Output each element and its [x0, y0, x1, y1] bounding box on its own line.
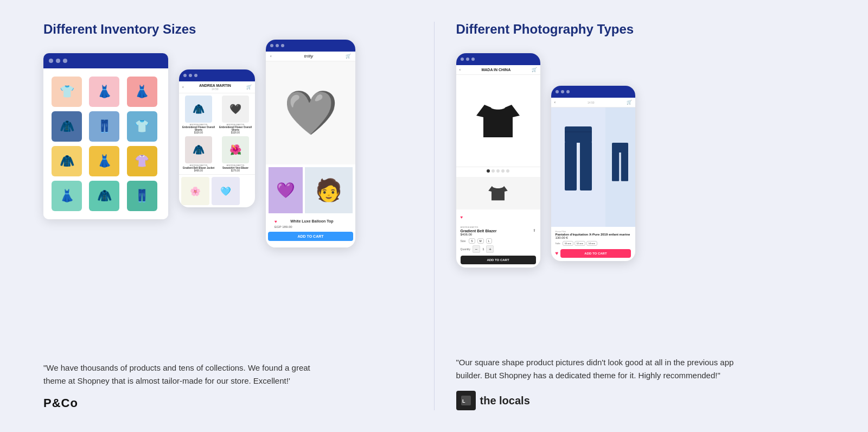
small-tshirt-svg — [487, 182, 509, 204]
trilly-model-photo: 🧑 — [305, 167, 353, 213]
size-m[interactable]: M — [477, 238, 484, 244]
product-name-2: Embroidered Flower Overall Shorts — [218, 126, 253, 131]
locals-header: ‹ 14:50 🛒 — [551, 98, 635, 107]
left-mockups-row: 👕 👗 👗 🧥 👖 👕 🧥 👗 👚 👗 🧥 — [43, 53, 412, 334]
cloth-item: 🧥 — [52, 146, 82, 176]
left-quote: "We have thousands of products and tens … — [43, 361, 326, 387]
cloth-item: 👗 — [89, 77, 119, 107]
mada-secondary-image — [456, 177, 540, 209]
svg-text:L: L — [462, 398, 465, 404]
right-mockups-row: ‹ MADA IN CHINA 🛒 — [456, 53, 825, 329]
qty-plus[interactable]: + — [486, 245, 494, 253]
cloth-item: 👚 — [127, 146, 157, 176]
seller-name: ANDREA MARTIN — [199, 84, 231, 87]
dot-3 — [471, 58, 475, 61]
phone-bar-right — [266, 40, 355, 52]
browser-content-left: 👕 👗 👗 🧥 👖 👕 🧥 👗 👚 👗 🧥 — [43, 68, 168, 219]
heart-icon: ♥ — [461, 215, 463, 220]
size-14ans[interactable]: 14 ans — [586, 241, 597, 246]
pants-svg-large — [562, 126, 595, 208]
pco-logo: P&Co — [43, 396, 78, 410]
cloth-item: 👖 — [89, 111, 119, 142]
product-preview-1: 🌸 — [181, 177, 209, 205]
trilly-cart: 🛒 — [346, 54, 351, 59]
pants-svg-small — [610, 143, 630, 192]
phone-dot-2 — [276, 44, 279, 47]
dot-inactive — [506, 169, 509, 173]
browser-dot-1 — [49, 59, 53, 63]
svg-rect-6 — [621, 152, 628, 181]
product-img-4: 🌺 — [222, 136, 249, 163]
phone-header: ‹ ANDREA MARTIN 14:50 🛒 — [179, 81, 255, 93]
trilly-logo: trilly — [304, 54, 313, 59]
size-10ans[interactable]: 10 ans — [563, 241, 573, 246]
right-section-title: Different Photography Types — [456, 22, 825, 37]
phone-dot-3 — [281, 44, 284, 47]
right-phone-mockup: ‹ trilly 🛒 🩶 💜 🧑 ♥ — [266, 40, 355, 247]
size-label: Size — [461, 239, 466, 243]
phone-product-grid: 🧥 ANDREA MARTIN Embroidered Flower Overa… — [179, 93, 255, 174]
cloth-item: 🧥 — [52, 111, 82, 142]
right-section: Different Photography Types ‹ MADA IN CH… — [445, 22, 836, 410]
size-l[interactable]: L — [486, 238, 492, 244]
trilly-product-name: White Luxe Balloon Top — [290, 219, 333, 224]
product-img-1: 🧥 — [185, 96, 212, 123]
cloth-item: 🧥 — [89, 181, 119, 211]
locals-logo-icon: L — [461, 395, 471, 406]
trilly-header: ‹ trilly 🛒 — [266, 52, 355, 61]
locals-product-detail: Horse Pilot Pantalon d'équitation X-Pure… — [551, 227, 635, 261]
cart-icon: 🛒 — [246, 85, 252, 90]
product-item-1: 🧥 ANDREA MARTIN Embroidered Flower Overa… — [181, 96, 216, 134]
dot-inactive — [496, 169, 500, 173]
trilly-product-info: ♥ White Luxe Balloon Top EGP 189.00 — [266, 216, 355, 230]
trilly-bottom-row: 💜 🧑 — [266, 164, 355, 216]
left-quote-section: "We have thousands of products and tens … — [43, 361, 412, 410]
size-12ans[interactable]: 12 ans — [575, 241, 585, 246]
phone-dot-2 — [189, 74, 192, 77]
dot-2 — [561, 90, 564, 93]
locals-product-price: 130.00 € — [556, 236, 631, 239]
product-preview-2: 🩵 — [212, 177, 240, 205]
product-item-3: 🧥 ANDREA MARTIN Gradient Belt Blazer Jac… — [181, 136, 216, 172]
trilly-action-row: ♥ White Luxe Balloon Top — [270, 218, 351, 225]
mada-phone-mockup: ‹ MADA IN CHINA 🛒 — [456, 53, 540, 268]
phone-more-items: 🌸 🩵 — [179, 174, 255, 207]
locals-phone-mockup: ‹ 14:50 🛒 — [551, 86, 635, 261]
trilly-add-button[interactable]: ADD TO CART — [268, 232, 353, 241]
mada-header: ‹ MADA IN CHINA 🛒 — [456, 65, 540, 75]
trilly-product-icon: 🩶 — [284, 87, 338, 138]
left-section: Different Inventory Sizes 👕 👗 👗 — [33, 22, 423, 410]
locals-add-cart[interactable]: ADD TO CART — [560, 249, 630, 258]
svg-rect-4 — [612, 143, 628, 153]
locals-small-pants — [605, 107, 635, 227]
left-browser-mockup: 👕 👗 👗 🧥 👖 👕 🧥 👗 👚 👗 🧥 — [43, 53, 168, 219]
svg-rect-5 — [612, 152, 619, 181]
heart-icon: ♥ — [556, 250, 559, 256]
tshirt-svg — [474, 97, 522, 145]
browser-dot-3 — [63, 59, 67, 63]
product-name-1: Embroidered Flower Overall Shorts — [181, 126, 216, 131]
phone-dot-3 — [194, 74, 197, 77]
trilly-model-icon: 🧑 — [315, 177, 342, 203]
dot-2 — [466, 58, 469, 61]
cloth-item: 👗 — [127, 77, 157, 107]
back-icon: ‹ — [554, 100, 556, 105]
phone-dot-1 — [270, 44, 273, 47]
qty-minus[interactable]: − — [473, 245, 480, 253]
cloth-item: 👗 — [52, 181, 82, 211]
phone-dot-1 — [183, 74, 187, 77]
cloth-item: 👗 — [89, 146, 119, 176]
phone-time: 14:50 — [199, 87, 231, 91]
mada-add-cart[interactable]: ADD TO CART — [461, 256, 536, 264]
dot-inactive — [501, 169, 505, 173]
dot-active — [487, 169, 490, 173]
back-icon: ‹ — [182, 85, 184, 90]
pco-brand: P&Co — [43, 396, 412, 410]
browser-dot-2 — [56, 59, 60, 63]
size-s[interactable]: S — [469, 238, 475, 244]
share-icon: ⬆ — [533, 228, 536, 233]
qty-label: Quantity — [461, 247, 471, 251]
product-price-3: $406.00 — [194, 169, 203, 172]
trilly-back: ‹ — [270, 54, 272, 59]
section-divider — [434, 22, 435, 410]
